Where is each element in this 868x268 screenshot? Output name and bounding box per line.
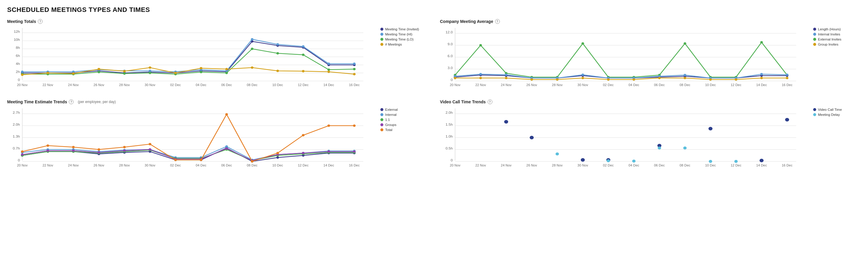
svg-point-52 (251, 38, 253, 40)
svg-point-241 (225, 147, 228, 150)
trends-info-icon[interactable]: ? (69, 99, 73, 104)
svg-point-147 (684, 74, 686, 76)
svg-text:04 Dec: 04 Dec (628, 83, 639, 87)
svg-point-161 (684, 77, 686, 79)
svg-text:0: 0 (18, 159, 20, 162)
svg-point-248 (46, 144, 49, 147)
svg-text:1.0h: 1.0h (445, 135, 453, 138)
svg-point-139 (479, 73, 482, 75)
svg-point-297 (658, 146, 661, 149)
svg-text:06 Dec: 06 Dec (221, 164, 232, 167)
svg-text:3.0: 3.0 (448, 66, 453, 70)
page-title: SCHEDULED MEETINGS TYPES AND TIMES (7, 6, 861, 14)
svg-text:2h: 2h (16, 70, 20, 73)
video-call-chart-area: 0 0.5h 1.0h 1.5h 2.0h 20 Nov 22 Nov 24 N… (440, 105, 861, 171)
svg-text:24 Nov: 24 Nov (501, 164, 512, 167)
svg-point-84 (353, 73, 356, 75)
svg-text:02 Dec: 02 Dec (170, 83, 181, 87)
legend-item-0: Meeting Time (Invited) (380, 27, 428, 31)
svg-point-159 (632, 78, 635, 81)
svg-point-64 (199, 71, 202, 73)
svg-point-260 (353, 125, 356, 127)
svg-point-252 (149, 143, 151, 145)
meeting-totals-panel: Meeting Totals ? 0 2h 4h 6h 8h 10h 12h (7, 19, 428, 91)
video-call-info-icon[interactable]: ? (488, 99, 492, 104)
svg-text:22 Nov: 22 Nov (42, 83, 53, 87)
svg-point-65 (225, 72, 228, 74)
svg-point-73 (72, 72, 75, 75)
svg-text:12 Dec: 12 Dec (731, 164, 741, 167)
meeting-totals-info-icon[interactable]: ? (38, 19, 42, 24)
svg-point-163 (735, 78, 737, 81)
legend-dot-2 (380, 38, 383, 41)
svg-text:08 Dec: 08 Dec (247, 164, 258, 167)
svg-point-155 (530, 78, 533, 81)
svg-point-68 (302, 54, 304, 56)
svg-point-77 (174, 72, 177, 74)
company-meeting-avg-title: Company Meeting Average ? (440, 19, 861, 24)
svg-point-213 (225, 145, 228, 148)
legend-item-3: # Meetings (380, 42, 428, 46)
svg-text:28 Nov: 28 Nov (552, 164, 563, 167)
svg-text:10h: 10h (14, 38, 20, 41)
video-legend-1: Meeting Delay (813, 113, 861, 116)
svg-point-300 (734, 160, 738, 163)
svg-text:9.0: 9.0 (448, 42, 453, 46)
svg-point-81 (276, 70, 279, 72)
trends-legend-2: 1:1 (380, 118, 428, 122)
svg-text:12.0: 12.0 (445, 30, 453, 34)
company-legend-dot-1 (813, 33, 816, 36)
svg-text:20 Nov: 20 Nov (17, 83, 28, 87)
trends-chart-area: 0 0.7h 1.3h 2.0h 2.7h 20 Nov 22 Nov 24 N… (7, 105, 428, 171)
svg-point-82 (302, 70, 304, 72)
meeting-totals-legend: Meeting Time (Invited) Meeting Time (HI)… (380, 25, 428, 46)
company-avg-info-icon[interactable]: ? (495, 19, 500, 24)
svg-text:26 Nov: 26 Nov (526, 83, 537, 87)
svg-text:04 Dec: 04 Dec (628, 164, 639, 167)
trends-svg: 0 0.7h 1.3h 2.0h 2.7h 20 Nov 22 Nov 24 N… (7, 105, 377, 171)
svg-point-164 (760, 77, 763, 79)
svg-point-234 (46, 149, 49, 152)
video-call-legend: Video Call Time Meeting Delay (813, 105, 861, 116)
video-call-trends-title: Video Call Time Trends ? (440, 99, 861, 104)
svg-text:22 Nov: 22 Nov (475, 83, 486, 87)
svg-point-119 (684, 42, 686, 45)
svg-point-111 (479, 44, 482, 46)
svg-text:1.3h: 1.3h (13, 135, 20, 138)
svg-point-122 (760, 41, 763, 43)
svg-text:10 Dec: 10 Dec (705, 164, 716, 167)
svg-text:28 Nov: 28 Nov (552, 83, 563, 87)
svg-point-298 (683, 146, 687, 149)
svg-text:0.7h: 0.7h (13, 146, 20, 150)
company-avg-legend: Length (Hours) Internal Invites External… (813, 25, 861, 46)
svg-text:26 Nov: 26 Nov (94, 164, 104, 167)
svg-text:26 Nov: 26 Nov (94, 83, 104, 87)
svg-point-295 (607, 159, 610, 162)
svg-text:1.5h: 1.5h (445, 123, 453, 126)
svg-point-247 (21, 150, 24, 153)
video-legend-0: Video Call Time (813, 108, 861, 111)
svg-point-72 (46, 72, 49, 74)
svg-point-249 (72, 146, 75, 148)
svg-point-152 (454, 77, 456, 79)
company-avg-svg: 0 3.0 6.0 9.0 12.0 20 Nov 22 Nov 24 Nov … (440, 25, 810, 91)
company-legend-3: Group Invites (813, 42, 861, 46)
svg-point-158 (607, 78, 610, 81)
svg-text:20 Nov: 20 Nov (17, 164, 28, 167)
svg-point-165 (786, 77, 788, 79)
svg-point-69 (328, 68, 330, 71)
svg-text:16 Dec: 16 Dec (349, 164, 360, 167)
svg-text:22 Nov: 22 Nov (42, 164, 53, 167)
trends-legend-3: Groups (380, 123, 428, 127)
svg-text:2.7h: 2.7h (13, 111, 20, 114)
meeting-time-trends-panel: Meeting Time Estimate Trends ? (per empl… (7, 99, 428, 171)
svg-point-60 (97, 71, 100, 73)
svg-text:08 Dec: 08 Dec (680, 164, 690, 167)
svg-text:26 Nov: 26 Nov (526, 164, 537, 167)
svg-text:14 Dec: 14 Dec (323, 83, 334, 87)
svg-point-78 (199, 67, 202, 69)
svg-text:30 Nov: 30 Nov (145, 164, 155, 167)
svg-point-245 (328, 150, 330, 153)
svg-point-67 (276, 52, 279, 55)
svg-text:20 Nov: 20 Nov (450, 83, 461, 87)
